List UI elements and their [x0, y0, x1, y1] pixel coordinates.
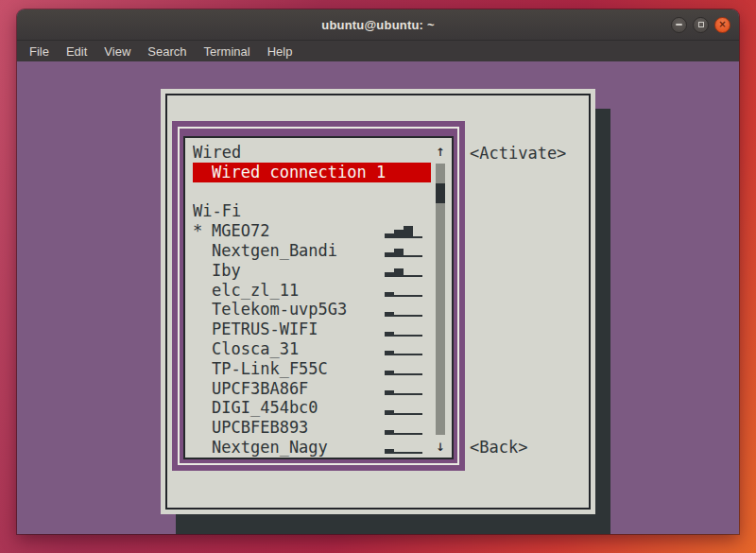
network-name: UPCF3BA86F — [212, 379, 385, 399]
menu-item-search[interactable]: Search — [139, 43, 195, 60]
list-item[interactable]: Iby — [185, 261, 452, 281]
menu-item-view[interactable]: View — [95, 43, 139, 60]
back-button[interactable]: <Back> — [470, 438, 527, 457]
list-item[interactable]: UPCF3BA86F — [185, 379, 452, 399]
connected-star-icon: * — [193, 221, 212, 241]
signal-strength-icon — [385, 282, 422, 297]
window-title: ubuntu@ubuntu: ~ — [321, 18, 434, 32]
menu-item-file[interactable]: File — [21, 43, 58, 60]
signal-strength-icon — [385, 420, 422, 435]
close-icon: × — [718, 20, 726, 29]
list-item[interactable]: Wired connection 1 — [193, 163, 431, 182]
network-name: Wired connection 1 — [212, 163, 431, 182]
terminal-window: ubuntu@ubuntu: ~ × FileEditViewSearchTer… — [17, 9, 739, 534]
network-name: elc_zl_11 — [212, 281, 385, 301]
nmtui-dialog: ↑ ↓ WiredWired connection 1Wi-Fi*MGEO72N… — [161, 89, 595, 514]
list-item[interactable]: Nextgen_Nagy — [185, 438, 452, 458]
signal-strength-icon — [385, 360, 422, 375]
signal-strength-icon — [385, 302, 422, 317]
scrollbar-up-icon[interactable]: ↑ — [435, 144, 446, 159]
scrollbar-thumb[interactable] — [436, 183, 445, 203]
menu-item-help[interactable]: Help — [259, 43, 301, 60]
list-item[interactable]: TP-Link_F55C — [185, 359, 452, 379]
network-name: TP-Link_F55C — [212, 359, 385, 379]
signal-strength-icon — [385, 321, 422, 337]
scrollbar-down-icon[interactable]: ↓ — [435, 439, 446, 454]
scrollbar-track[interactable] — [436, 164, 445, 435]
menu-item-terminal[interactable]: Terminal — [196, 43, 259, 60]
list-section-header: Wi-Fi — [185, 201, 452, 221]
activate-button[interactable]: <Activate> — [470, 144, 566, 163]
list-item[interactable]: DIGI_454bc0 — [185, 398, 452, 418]
list-item[interactable]: Telekom-uvp5G3 — [185, 300, 452, 320]
maximize-button[interactable] — [693, 17, 709, 33]
list-item[interactable]: Nextgen_Bandi — [185, 241, 452, 261]
titlebar[interactable]: ubuntu@ubuntu: ~ × — [17, 9, 739, 40]
menu-bar: FileEditViewSearchTerminalHelp — [17, 40, 739, 61]
section-label: Wi-Fi — [193, 201, 422, 221]
list-item[interactable]: elc_zl_11 — [185, 281, 452, 301]
close-button[interactable]: × — [714, 17, 730, 33]
signal-strength-icon — [385, 340, 422, 355]
list-section-header: Wired — [185, 143, 452, 163]
network-name: Closca_31 — [212, 339, 385, 359]
network-name: Nextgen_Nagy — [212, 438, 385, 458]
terminal-screen[interactable]: ↑ ↓ WiredWired connection 1Wi-Fi*MGEO72N… — [17, 61, 739, 534]
list-item[interactable]: UPCBFEB893 — [185, 418, 452, 438]
network-name: MGEO72 — [212, 221, 385, 241]
network-name: UPCBFEB893 — [212, 418, 385, 438]
signal-strength-icon — [385, 223, 422, 238]
minimize-button[interactable] — [671, 17, 687, 33]
section-label: Wired — [193, 143, 422, 163]
menu-item-edit[interactable]: Edit — [58, 43, 95, 60]
signal-strength-icon — [385, 380, 422, 395]
minimize-icon — [676, 24, 682, 26]
network-name: Iby — [212, 261, 385, 281]
signal-strength-icon — [385, 242, 422, 257]
list-blank-row — [185, 182, 452, 202]
network-name: Nextgen_Bandi — [212, 241, 385, 261]
connection-list[interactable]: ↑ ↓ WiredWired connection 1Wi-Fi*MGEO72N… — [183, 136, 454, 459]
list-item[interactable]: *MGEO72 — [185, 221, 452, 241]
network-name: PETRUS-WIFI — [212, 320, 385, 339]
signal-strength-icon — [385, 439, 422, 454]
network-name: DIGI_454bc0 — [212, 398, 385, 418]
signal-strength-icon — [385, 262, 422, 277]
window-controls: × — [671, 9, 730, 40]
connection-list-window: ↑ ↓ WiredWired connection 1Wi-Fi*MGEO72N… — [172, 121, 465, 471]
list-item[interactable]: PETRUS-WIFI — [185, 320, 452, 339]
signal-strength-icon — [385, 400, 422, 415]
maximize-icon — [698, 22, 704, 27]
network-name: Telekom-uvp5G3 — [212, 300, 385, 320]
list-item[interactable]: Closca_31 — [185, 339, 452, 359]
